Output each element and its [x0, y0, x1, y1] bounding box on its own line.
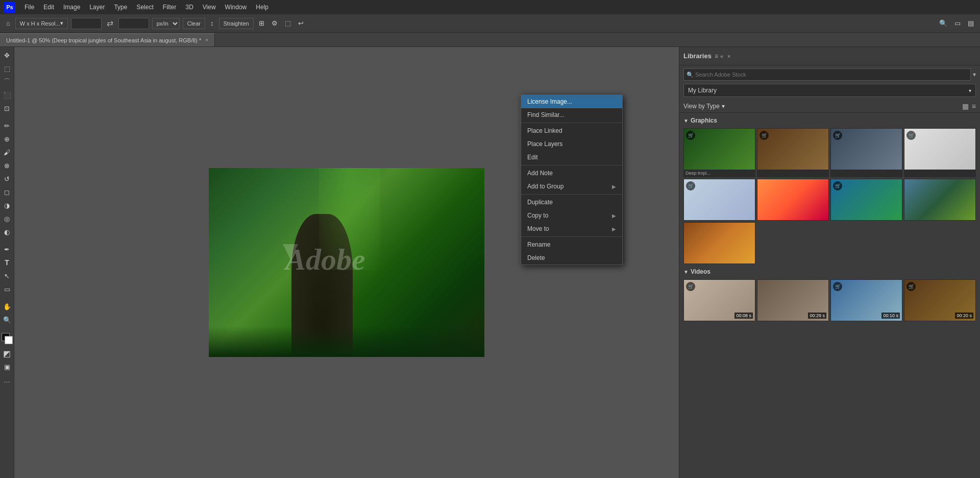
brush-tool[interactable]: 🖌	[1, 146, 13, 158]
menu-edit[interactable]: Edit	[39, 3, 58, 12]
home-button[interactable]: ⌂	[4, 18, 12, 28]
search-input[interactable]	[683, 68, 971, 81]
ctx-find-similar[interactable]: Find Similar...	[521, 108, 622, 122]
library-selector[interactable]: My Library ▾	[683, 84, 976, 97]
eyedropper-tool[interactable]: ✏	[1, 119, 13, 132]
video-item-3[interactable]: 🛒 00:10 s	[830, 279, 902, 321]
path-select-tool[interactable]: ↖	[1, 270, 13, 282]
ctx-delete[interactable]: Delete	[521, 251, 622, 265]
cart-icon-v1[interactable]: 🛒	[686, 282, 695, 291]
quick-select-tool[interactable]: ⬛	[1, 89, 13, 101]
color-selector[interactable]	[2, 333, 13, 344]
graphic-item-6[interactable]	[757, 179, 829, 221]
search-button[interactable]: 🔍	[937, 18, 949, 28]
ctx-place-layers[interactable]: Place Layers	[521, 137, 622, 151]
search-dropdown-button[interactable]: ▾	[973, 71, 976, 78]
spot-heal-tool[interactable]: ⊕	[1, 133, 13, 145]
menu-view[interactable]: View	[199, 3, 220, 12]
ctx-duplicate[interactable]: Duplicate	[521, 196, 622, 209]
crop-tool[interactable]: ⊡	[1, 102, 13, 114]
ctx-add-to-group[interactable]: Add to Group ▶	[521, 180, 622, 193]
minimize-panels-icon[interactable]: ▭	[952, 18, 963, 28]
menu-window[interactable]: Window	[221, 3, 251, 12]
settings-icon[interactable]: ⚙	[270, 18, 280, 28]
straighten-icon[interactable]: ↕	[208, 18, 216, 28]
ctx-copy-to[interactable]: Copy to ▶	[521, 209, 622, 222]
cart-icon-7[interactable]: 🛒	[833, 181, 842, 190]
ctx-place-linked[interactable]: Place Linked	[521, 124, 622, 137]
crop-options-icon[interactable]: ⬚	[283, 18, 293, 28]
main-area: ✥ ⬚ ⌒ ⬛ ⊡ ✏ ⊕ 🖌 ⊗ ↺ ◻ ◑ ◎ ◐ ✒ T ↖ ▭ ✋ 🔍 …	[0, 47, 980, 478]
graphic-item-3[interactable]: 🛒	[830, 128, 902, 177]
menu-select[interactable]: Select	[132, 3, 157, 12]
menu-layer[interactable]: Layer	[85, 3, 109, 12]
more-tools[interactable]: …	[1, 374, 13, 386]
pen-tool[interactable]: ✒	[1, 243, 13, 255]
video-item-1[interactable]: 🛒 00:08 s	[683, 279, 755, 321]
list-view-button[interactable]: ≡	[972, 102, 976, 110]
blur-tool[interactable]: ◎	[1, 212, 13, 225]
grid-overlay-icon[interactable]: ⊞	[257, 18, 266, 28]
swap-dimensions-button[interactable]: ⇄	[105, 18, 115, 28]
document-tab[interactable]: Untitled-1 @ 50% (Deep tropical jungles …	[0, 33, 215, 46]
cart-icon-1[interactable]: 🛒	[686, 131, 695, 140]
menu-type[interactable]: Type	[110, 3, 131, 12]
cart-icon-v3[interactable]: 🛒	[833, 282, 842, 291]
ctx-license-image[interactable]: License Image...	[521, 95, 622, 108]
arrange-icon[interactable]: ▤	[966, 18, 976, 28]
graphic-item-5[interactable]: 🛒	[683, 179, 755, 221]
graphic-item-9[interactable]	[683, 222, 755, 264]
move-tool[interactable]: ✥	[1, 49, 13, 61]
videos-section-header[interactable]: ▼ Videos	[681, 266, 978, 277]
hand-tool[interactable]: ✋	[1, 300, 13, 313]
cart-icon-3[interactable]: 🛒	[833, 131, 842, 140]
menu-filter[interactable]: Filter	[159, 3, 181, 12]
graphic-item-7[interactable]: 🛒	[830, 179, 902, 221]
view-by-type-button[interactable]: View by Type ▾	[683, 103, 725, 110]
graphic-item-4[interactable]: 🛒	[904, 128, 976, 177]
eraser-tool[interactable]: ◻	[1, 186, 13, 198]
menu-file[interactable]: File	[20, 3, 38, 12]
dodge-tool[interactable]: ◐	[1, 226, 13, 238]
zoom-tool[interactable]: 🔍	[1, 314, 13, 326]
menu-help[interactable]: Help	[252, 3, 273, 12]
ctx-edit[interactable]: Edit	[521, 151, 622, 164]
undo-icon[interactable]: ↩	[296, 18, 306, 28]
panel-collapse-button[interactable]: «	[720, 53, 723, 59]
menu-image[interactable]: Image	[59, 3, 84, 12]
tab-close-button[interactable]: ×	[205, 37, 208, 43]
graphic-item-8[interactable]	[904, 179, 976, 221]
shapes-tool[interactable]: ▭	[1, 283, 13, 295]
gradient-tool[interactable]: ◑	[1, 199, 13, 211]
cart-icon-2[interactable]: 🛒	[760, 131, 769, 140]
screen-mode-tool[interactable]: ▣	[1, 361, 13, 373]
video-item-2[interactable]: 00:29 s	[757, 279, 829, 321]
type-tool[interactable]: T	[1, 256, 13, 269]
video-item-4[interactable]: 🛒 00:20 s	[904, 279, 976, 321]
background-color[interactable]	[5, 336, 13, 344]
unit-selector[interactable]: px/in	[152, 18, 180, 29]
ctx-rename[interactable]: Rename	[521, 238, 622, 251]
width-input[interactable]	[71, 18, 102, 29]
panel-close-button[interactable]: ×	[727, 53, 730, 59]
marquee-tool[interactable]: ⬚	[1, 62, 13, 75]
straighten-button[interactable]: Straighten	[219, 18, 254, 29]
clear-button[interactable]: Clear	[183, 18, 205, 29]
ctx-move-to[interactable]: Move to ▶	[521, 222, 622, 235]
height-input[interactable]	[118, 18, 149, 29]
graphic-item-1[interactable]: 🛒 Deep tropi...	[683, 128, 755, 177]
cart-icon-5[interactable]: 🛒	[686, 181, 695, 190]
crop-mode-selector[interactable]: W x H x Resol... ▾	[15, 18, 68, 29]
panel-menu-button[interactable]: ≡	[715, 53, 718, 60]
ctx-add-note[interactable]: Add Note	[521, 166, 622, 180]
clone-tool[interactable]: ⊗	[1, 159, 13, 172]
cart-icon-4[interactable]: 🛒	[906, 131, 916, 140]
quick-mask-tool[interactable]: ◩	[1, 347, 13, 360]
history-brush-tool[interactable]: ↺	[1, 173, 13, 185]
lasso-tool[interactable]: ⌒	[1, 76, 13, 88]
graphics-section-header[interactable]: ▼ Graphics	[681, 115, 978, 126]
cart-icon-v4[interactable]: 🛒	[906, 282, 916, 291]
graphic-item-2[interactable]: 🛒	[757, 128, 829, 177]
grid-view-button[interactable]: ▦	[962, 102, 969, 110]
menu-3d[interactable]: 3D	[181, 3, 197, 12]
